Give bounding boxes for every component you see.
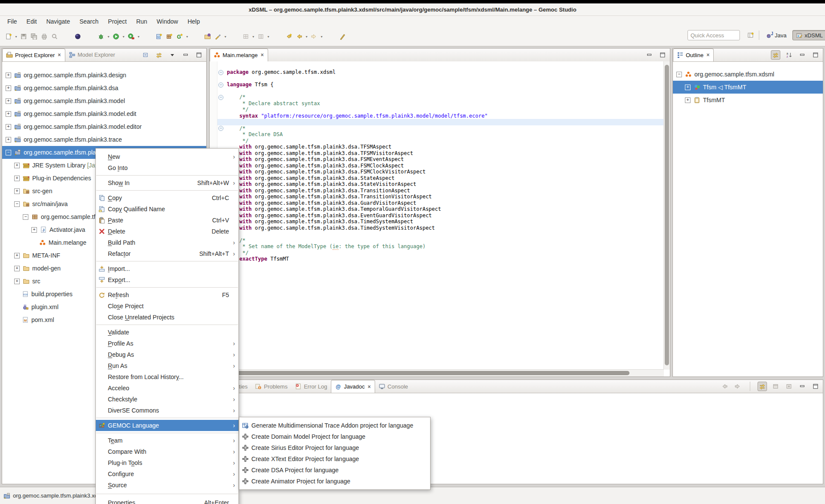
menu-item-copy-qualified-name[interactable]: Copy Qualified Name xyxy=(96,203,238,215)
expand-icon[interactable]: + xyxy=(6,98,11,104)
tree-item[interactable]: +org.gemoc.sample.tfsm.plaink3.model.edi… xyxy=(2,107,206,120)
tree-item[interactable]: +org.gemoc.sample.tfsm.plaink3.dsa xyxy=(2,82,206,94)
perspective-java-button[interactable]: JJava xyxy=(763,30,790,40)
back-button[interactable] xyxy=(294,31,304,42)
menu-item-checkstyle[interactable]: Checkstyle› xyxy=(96,394,238,405)
tree-item[interactable]: +TfsmMT xyxy=(673,94,823,106)
menu-item-diverse-commons[interactable]: DiverSE Commons› xyxy=(96,405,238,416)
col1-button[interactable] xyxy=(241,31,251,42)
outline-tree[interactable]: −org.gemoc.sample.tfsm.xdsml+Tfsm ◁ Tfsm… xyxy=(673,62,823,106)
mon2-button[interactable] xyxy=(784,382,794,391)
fold-collapse-icon[interactable]: − xyxy=(218,70,223,75)
max-button[interactable] xyxy=(811,50,820,60)
pen-button[interactable] xyxy=(337,31,347,42)
tab-close-icon[interactable]: × xyxy=(58,52,61,58)
tree-item[interactable]: +org.gemoc.sample.tfsm.plaink3.model xyxy=(2,94,206,107)
fold-collapse-icon[interactable]: − xyxy=(218,95,223,100)
fwd-dropdown[interactable]: ▾ xyxy=(319,31,324,42)
code-editor[interactable]: −package org.gemoc.sample.tfsm.xdsml−lan… xyxy=(210,61,664,370)
tree-item[interactable]: +org.gemoc.sample.tfsm.plaink3.trace xyxy=(2,133,206,146)
search-gray-button[interactable] xyxy=(49,31,60,42)
max-button[interactable] xyxy=(194,50,204,60)
bottom-tab-javadoc[interactable]: @Javadoc× xyxy=(331,380,375,393)
menu-item-copy[interactable]: CopyCtrl+C xyxy=(96,192,238,203)
expand-icon[interactable]: + xyxy=(6,85,11,91)
expand-icon[interactable]: + xyxy=(6,73,11,78)
expand-icon[interactable]: + xyxy=(685,85,691,90)
view-menu-button[interactable] xyxy=(168,50,177,60)
run-button[interactable] xyxy=(111,31,121,42)
debug-dropdown[interactable]: ▾ xyxy=(106,31,111,42)
doc-new-button[interactable] xyxy=(3,31,14,42)
tree-item[interactable]: +Tfsm ◁ TfsmMT xyxy=(673,81,823,94)
menu-item-gemoc-language[interactable]: GEMOC Language› xyxy=(96,420,238,431)
collapse-icon[interactable]: − xyxy=(14,201,20,207)
open-dir-button[interactable] xyxy=(202,31,213,42)
expand-icon[interactable]: + xyxy=(14,163,20,168)
menu-item-export-[interactable]: Export... xyxy=(96,274,238,285)
collapse-icon[interactable]: − xyxy=(23,214,28,220)
menubar-item-window[interactable]: Window xyxy=(152,17,183,26)
doc-new-dropdown[interactable]: ▾ xyxy=(14,31,18,42)
sort-az-button[interactable]: az xyxy=(784,50,794,60)
new-g-dropdown[interactable]: ▾ xyxy=(185,31,189,42)
expand-icon[interactable]: + xyxy=(6,111,11,117)
min-button[interactable] xyxy=(645,50,654,60)
run-ext-dropdown[interactable]: ▾ xyxy=(136,31,141,42)
menu-item-restore-from-local-history-[interactable]: Restore from Local History... xyxy=(96,371,238,383)
tab-close-icon[interactable]: × xyxy=(261,52,264,58)
menu-item-close-project[interactable]: Close Project xyxy=(96,301,238,312)
menu-item-debug-as[interactable]: Debug As› xyxy=(96,349,238,360)
tab-close-icon[interactable]: × xyxy=(368,384,371,390)
menu-item-team[interactable]: Team› xyxy=(96,435,238,446)
expand-icon[interactable]: + xyxy=(31,227,37,233)
back-gray-button[interactable] xyxy=(720,382,729,391)
fwd-gray-button[interactable] xyxy=(733,382,742,391)
menu-item-go-into[interactable]: Go Into xyxy=(96,162,238,173)
outline-tab-outline[interactable]: Outline× xyxy=(673,49,714,61)
menu-item-validate[interactable]: Validate xyxy=(96,327,238,338)
menu-item-configure[interactable]: Configure› xyxy=(96,468,238,480)
menubar-item-edit[interactable]: Edit xyxy=(22,17,42,26)
max-button[interactable] xyxy=(811,382,820,391)
debug-button[interactable] xyxy=(96,31,106,42)
menu-item-acceleo[interactable]: Acceleo› xyxy=(96,383,238,394)
editor-horizontal-scrollbar[interactable] xyxy=(210,369,664,376)
brush-dropdown[interactable]: ▾ xyxy=(223,31,228,42)
menu-item-paste[interactable]: PasteCtrl+V xyxy=(96,215,238,226)
menu-item-close-unrelated-projects[interactable]: Close Unrelated Projects xyxy=(96,312,238,323)
save-button[interactable] xyxy=(18,31,29,42)
mon1-button[interactable] xyxy=(771,382,780,391)
open-perspective-button[interactable] xyxy=(746,30,755,40)
tab-close-icon[interactable]: × xyxy=(706,52,709,58)
collapse-icon[interactable]: − xyxy=(6,150,11,155)
max-button[interactable] xyxy=(658,50,667,60)
bottom-tab-problems[interactable]: Problems xyxy=(251,380,291,393)
new-mod-button[interactable]: Gr xyxy=(154,31,164,42)
submenu-item-create-sirius-editor[interactable]: Create Sirius Editor Project for languag… xyxy=(239,442,430,453)
menu-item-compare-with[interactable]: Compare With› xyxy=(96,446,238,457)
run-dropdown[interactable]: ▾ xyxy=(121,31,126,42)
tree-item[interactable]: +org.gemoc.sample.tfsm.plaink3.design xyxy=(2,69,206,82)
submenu-item-create-domain-model[interactable]: Create Domain Model Project for language xyxy=(239,431,430,442)
sphere-button[interactable] xyxy=(73,31,83,42)
col2-dropdown[interactable]: ▾ xyxy=(266,31,271,42)
submenu-item-create-xtext-editor[interactable]: Create XText Editor Project for language xyxy=(239,453,430,465)
back-dropdown[interactable]: ▾ xyxy=(304,31,309,42)
menubar-item-help[interactable]: Help xyxy=(183,17,205,26)
perspective-xdsml-button[interactable]: xDSML xyxy=(792,30,825,40)
link-button[interactable] xyxy=(771,50,780,60)
run-ext-button[interactable] xyxy=(126,31,136,42)
back-star-button[interactable] xyxy=(284,31,294,42)
menu-item-new[interactable]: New› xyxy=(96,151,238,162)
tree-item[interactable]: −org.gemoc.sample.tfsm.xdsml xyxy=(673,68,823,81)
menu-item-refactor[interactable]: RefactorShift+Alt+T› xyxy=(96,248,238,259)
menubar-item-run[interactable]: Run xyxy=(131,17,152,26)
scrollbar-thumb[interactable] xyxy=(665,65,669,365)
editor-vertical-scrollbar[interactable] xyxy=(663,61,670,370)
expand-icon[interactable]: + xyxy=(14,176,20,181)
bottom-tab-console[interactable]: Console xyxy=(375,380,412,393)
submenu-item-create-dsa-project[interactable]: Create DSA Project for language xyxy=(239,465,430,476)
explorer-tab-project-explorer[interactable]: Project Explorer× xyxy=(2,49,65,61)
brush-button[interactable] xyxy=(213,31,223,42)
